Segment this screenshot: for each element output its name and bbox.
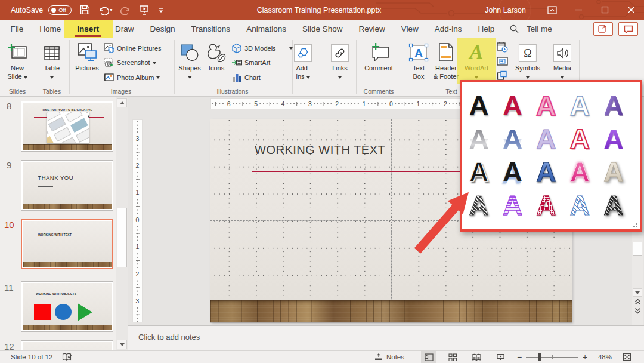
wordart-style-option[interactable]: A	[563, 122, 596, 156]
ribbon-tab[interactable]: Help	[470, 20, 503, 38]
comments-button[interactable]	[618, 22, 638, 36]
customize-qat-button[interactable]	[158, 7, 164, 14]
wordart-style-option[interactable]: A	[597, 155, 630, 189]
date-time-button[interactable]	[496, 41, 508, 53]
slide-number-button[interactable]	[496, 56, 508, 67]
wordart-style-option[interactable]: A	[530, 189, 563, 222]
chart-button[interactable]: Chart	[231, 72, 261, 82]
notes-pane[interactable]: Click to add notes	[128, 326, 644, 350]
wordart-style-option[interactable]: A	[563, 189, 596, 222]
links-button[interactable]: Links	[331, 39, 349, 81]
ribbon-tab[interactable]: View	[393, 20, 426, 38]
thumbnail-panel-scrollbar[interactable]	[116, 97, 128, 350]
wordart-button[interactable]: A WordArt	[465, 39, 488, 81]
ribbon-tab[interactable]: File	[2, 20, 32, 38]
wordart-style-option[interactable]: A	[597, 189, 630, 222]
wordart-style-option[interactable]: A	[496, 189, 529, 222]
slide-title-text[interactable]: WORKING WITH TEXT	[255, 143, 385, 157]
wordart-style-option[interactable]: A	[462, 89, 496, 122]
autosave-toggle[interactable]: Off	[48, 5, 72, 15]
ribbon-tab[interactable]: Transitions	[183, 20, 239, 38]
slide-thumbnail-8[interactable]: TIME FOR YOU TO BE CREATIVE	[21, 101, 113, 152]
wordart-style-option[interactable]: A	[462, 155, 496, 189]
shapes-button[interactable]: Shapes	[178, 39, 200, 81]
canvas-scroll-down-button[interactable]	[633, 288, 642, 297]
previous-slide-button[interactable]	[634, 299, 641, 305]
chevron-down-icon	[153, 62, 156, 64]
scrollbar-thumb[interactable]	[117, 208, 127, 267]
vertical-guide[interactable]	[391, 119, 392, 322]
wordart-style-option[interactable]: A	[462, 189, 496, 222]
slide-sorter-view-button[interactable]	[445, 351, 460, 363]
zoom-in-button[interactable]: +	[581, 352, 589, 362]
zoom-slider[interactable]	[526, 351, 578, 363]
symbols-button[interactable]: Ω Symbols	[515, 39, 540, 81]
ribbon-display-options-button[interactable]	[539, 0, 565, 20]
ribbon-tab[interactable]: Insert	[69, 20, 107, 38]
scroll-up-button[interactable]	[117, 98, 127, 107]
wordart-style-option[interactable]: A	[563, 155, 596, 189]
3d-models-button[interactable]: 3D Models	[231, 43, 293, 53]
slide-show-view-button[interactable]	[493, 351, 508, 363]
tell-me-box[interactable]: Tell me	[510, 20, 552, 38]
online-pictures-button[interactable]: Online Pictures	[104, 43, 162, 53]
ribbon-tab[interactable]: Add-ins	[426, 20, 470, 38]
text-box-button[interactable]: A TextBox	[408, 39, 429, 81]
next-slide-button[interactable]	[634, 307, 641, 314]
share-button[interactable]	[593, 22, 613, 36]
ribbon-tab[interactable]: Slide Show	[294, 20, 351, 38]
ribbon-tab[interactable]: Review	[351, 20, 393, 38]
wordart-style-option[interactable]: A	[496, 89, 529, 122]
slide-thumbnail-10-selected[interactable]: WORKING WITH TEXT	[21, 219, 113, 269]
ribbon-tab[interactable]: Design	[142, 20, 183, 38]
wordart-style-option[interactable]: A	[530, 155, 563, 189]
wordart-style-option[interactable]: A	[563, 89, 596, 122]
start-slideshow-button[interactable]	[139, 5, 150, 15]
undo-button[interactable]: ▾	[98, 5, 112, 15]
maximize-button[interactable]	[592, 0, 618, 20]
table-button[interactable]: Table	[43, 39, 61, 81]
wordart-style-option[interactable]: A	[597, 122, 630, 156]
media-button[interactable]: Media	[553, 39, 571, 81]
popup-resize-grip[interactable]	[633, 223, 638, 228]
ribbon-tab[interactable]: Animations	[239, 20, 295, 38]
slide-thumbnail-9[interactable]: THANK YOU	[21, 160, 113, 211]
notes-placeholder[interactable]: Click to add notes	[138, 333, 200, 342]
new-comment-button[interactable]: Comment	[364, 39, 393, 73]
save-button[interactable]	[80, 5, 90, 15]
spell-check-button[interactable]	[62, 353, 72, 362]
slide-thumbnail-12[interactable]	[21, 340, 113, 350]
close-button[interactable]	[618, 0, 644, 20]
icons-button[interactable]: Icons	[206, 39, 227, 73]
normal-view-button[interactable]	[421, 351, 436, 363]
undo-dropdown-arrow[interactable]: ▾	[110, 7, 112, 13]
wordart-style-option[interactable]: A	[496, 155, 529, 189]
reading-view-button[interactable]	[469, 351, 484, 363]
wordart-style-grid: AAAAAAAAAAAAAAAAAAAA	[462, 89, 630, 222]
photo-album-button[interactable]: Photo Album	[104, 72, 160, 82]
slide-thumbnail-11[interactable]: WORKING WITH OBJECTS	[21, 281, 113, 332]
add-ins-button[interactable]: Add-ins	[294, 39, 312, 81]
zoom-slider-thumb[interactable]	[538, 353, 541, 361]
wordart-style-option[interactable]: A	[530, 122, 563, 156]
header-footer-button[interactable]: Header& Footer	[434, 39, 459, 81]
scroll-down-button[interactable]	[117, 340, 127, 349]
panel-splitter[interactable]	[128, 97, 128, 350]
wordart-style-option[interactable]: A	[597, 89, 630, 122]
zoom-out-button[interactable]: −	[515, 352, 524, 362]
zoom-level[interactable]: 48%	[589, 353, 612, 361]
fit-slide-to-window-button[interactable]	[619, 351, 634, 363]
wordart-style-option[interactable]: A	[496, 122, 529, 156]
canvas-scrollbar-thumb[interactable]	[633, 242, 642, 256]
customize-qat-icon	[158, 7, 164, 14]
notes-toggle-button[interactable]: Notes	[374, 353, 404, 361]
wordart-style-option[interactable]: A	[530, 89, 563, 122]
screenshot-button[interactable]: Screenshot	[104, 58, 156, 68]
new-slide-button[interactable]: NewSlide	[7, 39, 27, 81]
wordart-style-option[interactable]: A	[462, 122, 496, 156]
chevron-down-icon	[156, 76, 160, 79]
smartart-button[interactable]: SmartArt	[231, 58, 270, 68]
minimize-button[interactable]	[565, 0, 592, 20]
pictures-button[interactable]: Pictures	[75, 39, 99, 73]
spell-check-icon	[62, 353, 72, 362]
